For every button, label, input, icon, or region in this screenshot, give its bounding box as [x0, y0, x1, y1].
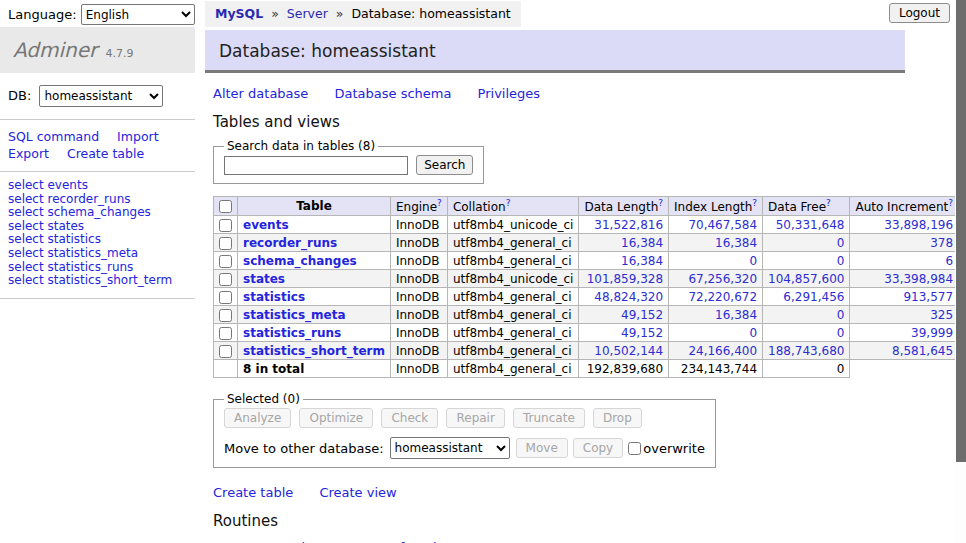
db-label: DB: — [8, 88, 31, 103]
row-checkbox[interactable] — [219, 327, 232, 340]
database-schema-link[interactable]: Database schema — [335, 86, 452, 101]
sidebar-item-select-statistics-runs[interactable]: select statistics_runs — [8, 261, 187, 275]
table-link[interactable]: statistics_runs — [243, 326, 341, 340]
sidebar-actions: SQL command Import Export Create table — [0, 122, 195, 169]
table-link[interactable]: recorder_runs — [243, 236, 337, 250]
sql-command-link[interactable]: SQL command — [8, 129, 99, 144]
table-row: events InnoDB utf8mb4_unicode_ci 31,522,… — [214, 216, 966, 234]
move-label: Move to other database: — [224, 441, 384, 456]
analyze-button[interactable]: Analyze — [224, 408, 291, 428]
sidebar-item-select-statistics-short-term[interactable]: select statistics_short_term — [8, 274, 187, 288]
truncate-button[interactable]: Truncate — [513, 408, 585, 428]
sidebar-table-list: select events select recorder_runs selec… — [0, 174, 195, 296]
row-checkbox[interactable] — [219, 255, 232, 268]
import-link[interactable]: Import — [117, 129, 159, 144]
db-select[interactable]: homeassistant — [39, 85, 163, 107]
table-link[interactable]: states — [243, 272, 285, 286]
create-table-link-bottom[interactable]: Create table — [213, 485, 293, 500]
main-content: Database: homeassistant Alter database D… — [205, 27, 905, 543]
sidebar-item-select-events[interactable]: select events — [8, 179, 187, 193]
table-link[interactable]: events — [243, 218, 289, 232]
col-header-auto-increment: Auto Increment? — [850, 197, 959, 216]
move-database-select[interactable]: homeassistant — [390, 437, 510, 459]
breadcrumb-mysql-link[interactable]: MySQL — [215, 6, 263, 21]
breadcrumb-separator: » — [271, 6, 279, 21]
sidebar-item-select-statistics-meta[interactable]: select statistics_meta — [8, 247, 187, 261]
table-create-links: Create table Create view — [213, 485, 905, 500]
breadcrumb-current: Database: homeassistant — [351, 6, 510, 21]
table-link[interactable]: statistics — [243, 290, 305, 304]
col-header-index-length: Index Length? — [669, 197, 763, 216]
col-header-table: Table — [238, 197, 391, 216]
table-row: states InnoDB utf8mb4_unicode_ci 101,859… — [214, 270, 966, 288]
table-total-row: 8 in total InnoDB utf8mb4_general_ci 192… — [214, 360, 966, 378]
col-header-collation: Collation? — [447, 197, 579, 216]
vertical-scrollbar-track[interactable] — [955, 0, 966, 543]
sidebar-item-select-states[interactable]: select states — [8, 220, 187, 234]
table-row: statistics InnoDB utf8mb4_general_ci 48,… — [214, 288, 966, 306]
check-button[interactable]: Check — [381, 408, 438, 428]
table-link[interactable]: schema_changes — [243, 254, 357, 268]
search-button[interactable]: Search — [416, 155, 473, 175]
col-header-data-free: Data Free? — [763, 197, 850, 216]
sidebar-item-select-statistics[interactable]: select statistics — [8, 233, 187, 247]
table-row: statistics_short_term InnoDB utf8mb4_gen… — [214, 342, 966, 360]
drop-button[interactable]: Drop — [593, 408, 642, 428]
sidebar-item-select-recorder-runs[interactable]: select recorder_runs — [8, 193, 187, 207]
help-link[interactable]: ? — [752, 198, 757, 208]
breadcrumb-server-link[interactable]: Server — [287, 6, 328, 21]
repair-button[interactable]: Repair — [446, 408, 504, 428]
overwrite-label: overwrite — [643, 441, 705, 456]
selected-fieldset: Selected (0) Analyze Optimize Check Repa… — [213, 392, 716, 468]
help-link[interactable]: ? — [506, 198, 511, 208]
sidebar-divider — [0, 171, 195, 172]
help-link[interactable]: ? — [658, 198, 663, 208]
help-link[interactable]: ? — [437, 198, 442, 208]
table-row: recorder_runs InnoDB utf8mb4_general_ci … — [214, 234, 966, 252]
table-link[interactable]: statistics_short_term — [243, 344, 385, 358]
language-select[interactable]: English — [81, 4, 195, 25]
top-bar: Language: English MySQL » Server » Datab… — [0, 0, 955, 27]
selected-legend: Selected (0) — [224, 392, 303, 406]
help-link[interactable]: ? — [948, 198, 953, 208]
logout-button[interactable]: Logout — [889, 3, 950, 23]
row-checkbox[interactable] — [219, 219, 232, 232]
row-checkbox[interactable] — [219, 273, 232, 286]
table-row: statistics_meta InnoDB utf8mb4_general_c… — [214, 306, 966, 324]
sidebar-divider — [0, 119, 195, 120]
brand-version: 4.7.9 — [105, 47, 133, 60]
col-header-data-length: Data Length? — [579, 197, 669, 216]
table-link[interactable]: statistics_meta — [243, 308, 346, 322]
sidebar: Adminer 4.7.9 DB: homeassistant SQL comm… — [0, 27, 195, 301]
search-input[interactable] — [224, 156, 408, 175]
help-link[interactable]: ? — [826, 198, 831, 208]
row-checkbox[interactable] — [219, 345, 232, 358]
table-row: statistics_runs InnoDB utf8mb4_general_c… — [214, 324, 966, 342]
create-view-link[interactable]: Create view — [319, 485, 396, 500]
select-all-checkbox[interactable] — [219, 200, 232, 213]
overwrite-checkbox[interactable] — [628, 442, 641, 455]
export-link[interactable]: Export — [8, 146, 49, 161]
optimize-button[interactable]: Optimize — [299, 408, 373, 428]
row-checkbox[interactable] — [219, 237, 232, 250]
breadcrumb: MySQL » Server » Database: homeassistant — [205, 1, 521, 27]
move-row: Move to other database: homeassistant Mo… — [224, 437, 705, 459]
tables-and-views-heading: Tables and views — [213, 113, 905, 131]
row-checkbox[interactable] — [219, 309, 232, 322]
table-header-row: Table Engine? Collation? Data Length? In… — [214, 197, 966, 216]
privileges-link[interactable]: Privileges — [478, 86, 541, 101]
move-button[interactable]: Move — [516, 438, 568, 458]
create-table-link[interactable]: Create table — [67, 146, 144, 161]
page-title: Database: homeassistant — [205, 30, 905, 73]
language-label: Language: — [8, 7, 77, 22]
copy-button[interactable]: Copy — [573, 438, 623, 458]
sidebar-divider — [0, 298, 195, 299]
tables-overview-table: Table Engine? Collation? Data Length? In… — [213, 196, 966, 378]
sidebar-item-select-schema-changes[interactable]: select schema_changes — [8, 206, 187, 220]
database-actions: Alter database Database schema Privilege… — [213, 86, 905, 101]
row-checkbox[interactable] — [219, 291, 232, 304]
col-header-engine: Engine? — [390, 197, 447, 216]
language-selector: Language: English — [8, 4, 195, 25]
vertical-scrollbar-thumb[interactable] — [956, 0, 966, 462]
alter-database-link[interactable]: Alter database — [213, 86, 308, 101]
